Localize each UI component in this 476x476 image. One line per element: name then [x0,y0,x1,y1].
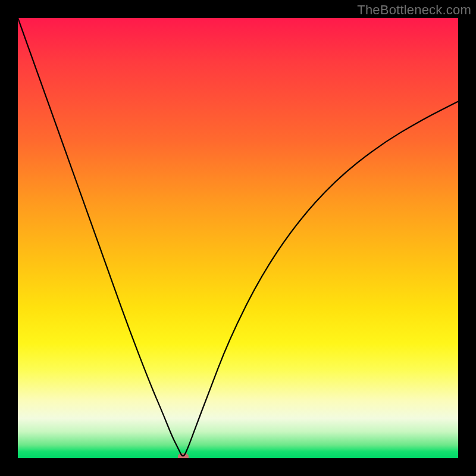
chart-frame: TheBottleneck.com [0,0,476,476]
watermark-text: TheBottleneck.com [357,2,471,18]
plot-area [18,18,458,458]
bottleneck-curve [18,18,458,458]
